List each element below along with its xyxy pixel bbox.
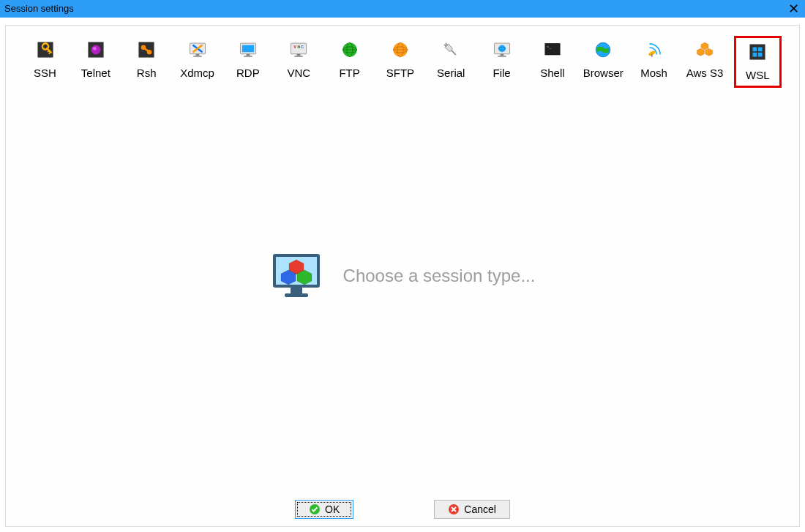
session-label: File — [493, 67, 511, 79]
svg-rect-56 — [291, 288, 302, 293]
rsh-icon — [137, 40, 156, 59]
telnet-icon — [86, 40, 105, 59]
session-type-mosh[interactable]: Mosh — [632, 36, 675, 88]
wsl-windows-icon — [748, 42, 767, 61]
ftp-globe-icon — [340, 40, 359, 59]
ok-label: OK — [325, 503, 340, 515]
svg-rect-18 — [242, 45, 254, 53]
session-label: RDP — [236, 67, 260, 79]
vnc-icon: V N C — [289, 40, 308, 59]
dialog-body: SSH Telnet Rsh — [5, 25, 800, 527]
serial-plug-icon — [441, 40, 460, 59]
cancel-x-icon — [448, 503, 460, 515]
svg-rect-51 — [758, 48, 763, 52]
svg-text:N: N — [298, 45, 301, 49]
cancel-button[interactable]: Cancel — [434, 500, 510, 519]
svg-rect-14 — [193, 56, 201, 57]
svg-rect-50 — [753, 48, 757, 52]
aws-s3-cubes-icon — [695, 40, 714, 59]
titlebar: Session settings ✕ — [0, 0, 805, 18]
session-type-browser[interactable]: Browser — [582, 36, 625, 88]
svg-rect-49 — [750, 44, 765, 59]
shell-icon: >_ — [543, 40, 562, 59]
session-type-rsh[interactable]: Rsh — [125, 36, 168, 88]
session-label: Rsh — [137, 67, 157, 79]
svg-text:C: C — [301, 45, 304, 49]
svg-point-41 — [498, 45, 506, 53]
ok-button[interactable]: OK — [295, 500, 353, 519]
sftp-globe-icon — [391, 40, 410, 59]
session-type-xdmcp[interactable]: Xdmcp — [176, 36, 219, 88]
svg-rect-53 — [758, 53, 763, 57]
svg-rect-22 — [297, 54, 301, 56]
cancel-label: Cancel — [464, 503, 496, 515]
svg-rect-39 — [500, 54, 503, 56]
session-type-vnc[interactable]: V N C VNC — [277, 36, 321, 88]
session-label: FTP — [339, 67, 359, 79]
session-type-shell[interactable]: >_ Shell — [531, 36, 574, 88]
rdp-icon — [239, 40, 258, 59]
session-label: SSH — [34, 67, 56, 79]
session-type-file[interactable]: File — [480, 36, 523, 88]
session-type-wsl[interactable]: WSL — [734, 36, 782, 88]
xdmcp-icon — [188, 40, 207, 59]
svg-point-7 — [93, 47, 97, 50]
session-type-aws-s3[interactable]: Aws S3 — [683, 36, 726, 88]
ok-check-icon — [309, 503, 321, 515]
choose-session-text: Choose a session type... — [343, 266, 536, 286]
session-type-toolbar: SSH Telnet Rsh — [6, 26, 799, 92]
svg-rect-19 — [246, 54, 250, 56]
choose-session-message: Choose a session type... — [6, 250, 799, 302]
key-icon — [36, 40, 55, 59]
session-label: SFTP — [386, 67, 414, 79]
session-type-ftp[interactable]: FTP — [328, 36, 371, 88]
session-label: Xdmcp — [180, 67, 214, 79]
svg-rect-52 — [753, 53, 757, 57]
svg-rect-37 — [452, 50, 457, 56]
session-type-telnet[interactable]: Telnet — [74, 36, 117, 88]
close-icon[interactable]: ✕ — [782, 0, 805, 18]
session-type-ssh[interactable]: SSH — [23, 36, 67, 88]
session-label: Mosh — [640, 67, 667, 79]
session-label: Aws S3 — [686, 67, 724, 79]
window-title: Session settings — [0, 0, 74, 18]
svg-rect-13 — [195, 54, 199, 56]
browser-globe-icon — [594, 40, 613, 59]
svg-rect-57 — [285, 293, 308, 297]
dialog-buttons: OK Cancel — [6, 500, 799, 519]
session-label: Telnet — [81, 67, 111, 79]
svg-rect-20 — [244, 56, 252, 57]
svg-rect-48 — [651, 54, 653, 57]
svg-text:>_: >_ — [547, 45, 552, 49]
mosh-satellite-icon — [645, 40, 664, 59]
session-label: Browser — [583, 67, 624, 79]
session-label: WSL — [746, 69, 770, 81]
session-label: Shell — [540, 67, 564, 79]
svg-rect-40 — [498, 56, 506, 57]
session-label: VNC — [287, 67, 310, 79]
session-type-serial[interactable]: Serial — [430, 36, 473, 88]
session-type-rdp[interactable]: RDP — [226, 36, 269, 88]
file-monitor-icon — [493, 40, 512, 59]
monitor-cubes-icon — [270, 250, 323, 302]
session-type-sftp[interactable]: SFTP — [378, 36, 422, 88]
session-label: Serial — [437, 67, 465, 79]
svg-rect-23 — [295, 56, 303, 57]
